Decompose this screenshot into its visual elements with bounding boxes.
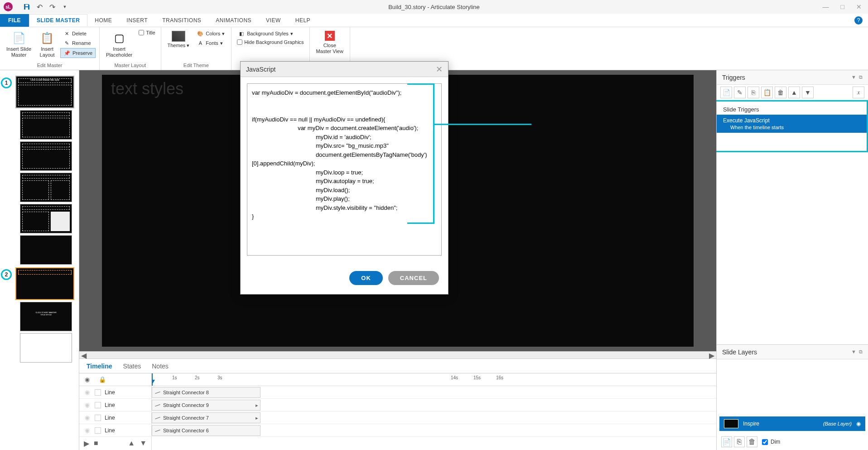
cancel-button[interactable]: CANCEL [388,271,439,285]
eye-icon[interactable]: ◉ [79,402,95,408]
dropdown-icon[interactable]: ▼ [851,74,856,80]
preserve-button[interactable]: 📌Preserve [60,48,96,58]
slide-layout-thumb[interactable] [20,110,72,140]
slide-layout-thumb[interactable] [20,235,72,265]
ribbon-group-edit-theme: Themes ▾ 🎨Colors ▾ AFonts ▾ Edit Theme [161,27,232,70]
visibility-column-icon[interactable]: ◉ [79,376,95,383]
timeline-track-area[interactable]: 1s 2s 3s 14s 15s 16s Straight Connector … [152,373,716,450]
eye-icon[interactable]: ◉ [79,414,95,421]
colors-button[interactable]: 🎨Colors ▾ [194,29,227,38]
titlebar: sL ↶ ↷ ▼ Build_30.story - Articulate Sto… [0,0,868,14]
dialog-titlebar[interactable]: JavaScript ✕ [241,62,448,77]
timeline-segment[interactable]: Straight Connector 7▸ [152,412,260,423]
horizontal-scrollbar[interactable]: ◀ ▶ [79,351,716,358]
move-up-icon[interactable]: ▲ [128,439,135,447]
insert-layout-button[interactable]: 📋 Insert Layout [36,29,58,60]
title-checkbox[interactable] [139,30,144,35]
lock-icon[interactable] [95,415,101,421]
tab-transitions[interactable]: TRANSITIONS [155,15,208,26]
slide-layout-thumb[interactable] [20,173,72,202]
slide-panel[interactable]: 1 Click to edit Master title style 2 CLI… [0,70,79,450]
placeholder-icon: ▢ [112,31,126,45]
layer-visibility-icon[interactable]: ◉ [856,421,861,427]
timeline-segment[interactable]: Straight Connector 9▸ [152,400,260,411]
dropdown-icon[interactable]: ▼ [851,349,856,355]
tab-slide-master[interactable]: SLIDE MASTER [29,14,87,26]
tab-home[interactable]: HOME [87,15,119,26]
slide-layout-thumb[interactable] [20,141,72,171]
maximize-icon[interactable]: □ [838,2,847,11]
new-layer-icon[interactable]: 📄 [721,436,732,447]
layer-row[interactable]: Inspire (Base Layer) ◉ [719,416,865,431]
playhead[interactable] [152,373,153,386]
scroll-right-icon[interactable]: ▶ [708,352,715,359]
popout-icon[interactable]: ⧉ [859,349,863,355]
play-icon[interactable]: ▶ [84,439,89,448]
delete-trigger-icon[interactable]: 🗑 [775,87,786,98]
hide-bg-checkbox[interactable] [237,39,242,45]
move-down-icon[interactable]: ▼ [802,87,814,98]
lock-icon[interactable] [95,389,101,396]
timeline-area: ◉ 🔒 ◉Line ◉Line ◉Line ◉Line ▶ ■ ▲ ▼ [79,373,716,450]
eye-icon[interactable]: ◉ [79,389,95,396]
lock-icon[interactable] [95,402,101,408]
move-up-icon[interactable]: ▲ [788,87,800,98]
slide-layout-thumb[interactable] [20,204,72,233]
close-master-icon: ✕ [325,31,335,41]
lock-icon[interactable] [95,427,101,434]
slide-master-thumb-2[interactable] [15,267,74,300]
dialog-close-icon[interactable]: ✕ [436,64,443,74]
delete-button[interactable]: ✕Delete [60,29,96,38]
tab-file[interactable]: FILE [0,14,29,27]
tab-states[interactable]: States [123,361,141,372]
stop-icon[interactable]: ■ [94,439,98,447]
lock-column-icon[interactable]: 🔒 [95,376,110,383]
qat-dropdown-icon[interactable]: ▼ [60,2,70,12]
tab-insert[interactable]: INSERT [119,15,155,26]
javascript-textarea[interactable] [247,83,442,256]
slide-layout-thumb[interactable] [20,333,72,363]
timeline-row-name: Line [101,427,142,434]
eye-icon[interactable]: ◉ [79,427,95,434]
scroll-left-icon[interactable]: ◀ [80,352,87,359]
move-down-icon[interactable]: ▼ [140,439,147,447]
tab-help[interactable]: HELP [288,15,318,26]
new-trigger-icon[interactable]: 📄 [720,87,732,98]
rename-button[interactable]: ✎Rename [60,39,96,48]
tab-timeline[interactable]: Timeline [87,361,112,372]
trigger-item[interactable]: Execute JavaScript When the timeline sta… [717,115,867,133]
copy-trigger-icon[interactable]: ⎘ [747,87,759,98]
close-master-button[interactable]: ✕ Close Master View [313,29,346,56]
fonts-button[interactable]: AFonts ▾ [194,39,227,48]
preserve-icon: 📌 [63,49,71,57]
duplicate-layer-icon[interactable]: ⎘ [734,436,745,447]
delete-layer-icon[interactable]: 🗑 [747,436,757,447]
save-icon[interactable] [22,2,32,12]
popout-icon[interactable]: ⧉ [859,74,863,80]
paste-trigger-icon[interactable]: 📋 [761,87,773,98]
timeline-segment[interactable]: Straight Connector 6 [152,425,260,436]
ok-button[interactable]: OK [349,271,383,285]
help-icon[interactable]: ? [854,16,863,24]
canvas-placeholder-text[interactable]: text styles [111,79,183,98]
tab-view[interactable]: VIEW [259,15,288,26]
variables-icon[interactable]: 𝑥 [853,87,864,98]
tab-animations[interactable]: ANIMATIONS [208,15,259,26]
timeline-ruler[interactable]: 1s 2s 3s 14s 15s 16s [152,373,716,386]
insert-slide-master-button[interactable]: 📄 Insert Slide Master [4,29,34,60]
triggers-body: Slide Triggers Execute JavaScript When t… [717,100,868,344]
close-icon[interactable]: ✕ [854,2,864,11]
redo-icon[interactable]: ↷ [47,2,57,12]
slide-master-thumb-1[interactable]: Click to edit Master title style [15,76,74,108]
dim-checkbox[interactable] [762,439,768,445]
bottom-tabs: Timeline States Notes [79,358,716,373]
edit-trigger-icon[interactable]: ✎ [734,87,746,98]
tab-notes[interactable]: Notes [152,361,169,372]
timeline-segment[interactable]: Straight Connector 8 [152,387,260,398]
minimize-icon[interactable]: — [820,2,832,11]
bg-styles-button[interactable]: ◧Background Styles ▾ [235,29,305,38]
insert-placeholder-button[interactable]: ▢ Insert Placeholder [103,29,135,60]
undo-icon[interactable]: ↶ [34,2,44,12]
slide-layout-thumb[interactable]: CLICK TO EDIT MASTER TITLE STYLE [20,302,72,331]
themes-button[interactable]: Themes ▾ [165,29,193,50]
